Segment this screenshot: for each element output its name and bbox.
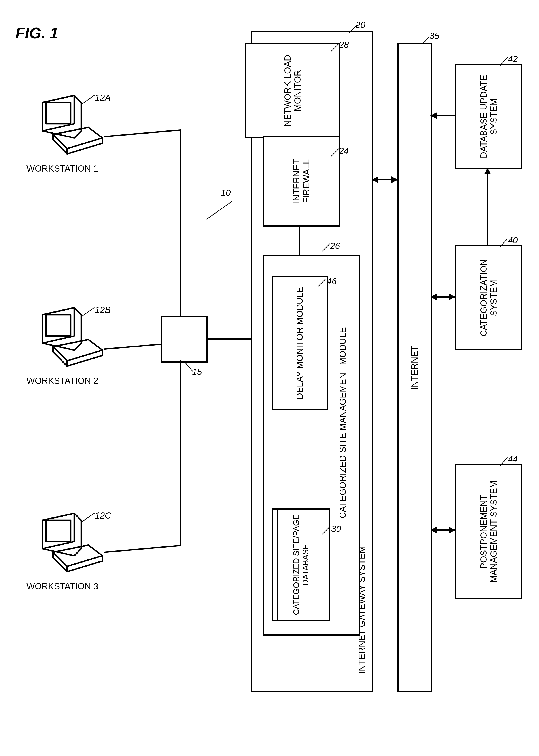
diagram-canvas: FIG. 1 10 WORKSTATION 1 12A WORKSTATION … [9, 9, 530, 747]
fw-internet-l [372, 176, 378, 183]
db-edge [277, 510, 278, 620]
ws1-hub-h [104, 129, 181, 137]
fw-csmm [298, 226, 300, 256]
dmm-ref: 46 [327, 276, 337, 286]
firewall-box: INTERNET FIREWALL [263, 136, 340, 227]
workstation-3-ref: 12C [95, 511, 111, 520]
firewall-label: INTERNET FIREWALL [291, 137, 311, 226]
pms-label: POSTPONEMENT MANAGEMENT SYSTEM [479, 465, 499, 598]
dbupdate-ref: 42 [508, 54, 518, 64]
hub-box [161, 316, 207, 362]
ws1-hub-v [180, 129, 181, 317]
lead-10 [206, 201, 232, 220]
nlm-box: NETWORK LOAD MONITOR [245, 43, 340, 138]
svg-rect-1 [46, 315, 71, 336]
catsys-box: CATEGORIZATION SYSTEM [455, 245, 522, 350]
gateway-ref: 20 [355, 20, 365, 30]
dbupdate-box: DATABASE UPDATE SYSTEM [455, 64, 522, 169]
pms-internet-r [449, 527, 456, 533]
firewall-ref: 24 [339, 146, 349, 156]
system-ref: 10 [221, 188, 231, 198]
dbupdate-label: DATABASE UPDATE SYSTEM [479, 65, 499, 168]
dbu-internet-l [430, 112, 437, 119]
pms-box: POSTPONEMENT MANAGEMENT SYSTEM [455, 464, 522, 599]
catsys-label: CATEGORIZATION SYSTEM [479, 246, 499, 349]
workstation-3-label: WORKSTATION 3 [27, 581, 98, 591]
cat-dbu-a [484, 167, 491, 174]
internet-box: INTERNET [398, 43, 432, 692]
cat-internet-l [430, 294, 437, 300]
cat-internet-r [449, 294, 456, 300]
figure-label: FIG. 1 [16, 24, 58, 42]
fw-internet-r [392, 176, 398, 183]
db-ref: 30 [331, 524, 341, 534]
nlm-label: NETWORK LOAD MONITOR [283, 44, 302, 137]
internet-ref: 35 [429, 31, 439, 41]
catsys-ref: 40 [508, 236, 518, 245]
ws2-hub-h [104, 343, 162, 350]
pms-internet-l [430, 527, 437, 533]
csmm-label: CATEGORIZED SITE MANAGEMENT MODULE [338, 327, 348, 519]
csmm-ref: 26 [330, 241, 340, 251]
hub-ref: 15 [192, 367, 202, 377]
dmm-label: DELAY MONITOR MODULE [295, 287, 305, 400]
workstation-2-ref: 12B [95, 305, 111, 315]
ws3-hub-v [180, 360, 181, 546]
svg-rect-2 [46, 520, 71, 541]
dmm-box: DELAY MONITOR MODULE [271, 276, 328, 410]
db-box: CATEGORIZED SITE/PAGE DATABASE [271, 509, 330, 621]
nlm-ref: 28 [339, 40, 349, 50]
workstation-1-ref: 12A [95, 93, 111, 103]
pms-ref: 44 [508, 454, 518, 464]
db-label: CATEGORIZED SITE/PAGE DATABASE [292, 510, 310, 620]
svg-rect-0 [46, 103, 71, 124]
workstation-2-label: WORKSTATION 2 [27, 376, 98, 386]
internet-label: INTERNET [410, 345, 420, 390]
cat-dbu [487, 168, 488, 246]
hub-gateway [206, 338, 251, 339]
workstation-1-label: WORKSTATION 1 [27, 163, 98, 173]
ws3-hub-h [104, 545, 181, 553]
lead-15 [185, 363, 193, 372]
